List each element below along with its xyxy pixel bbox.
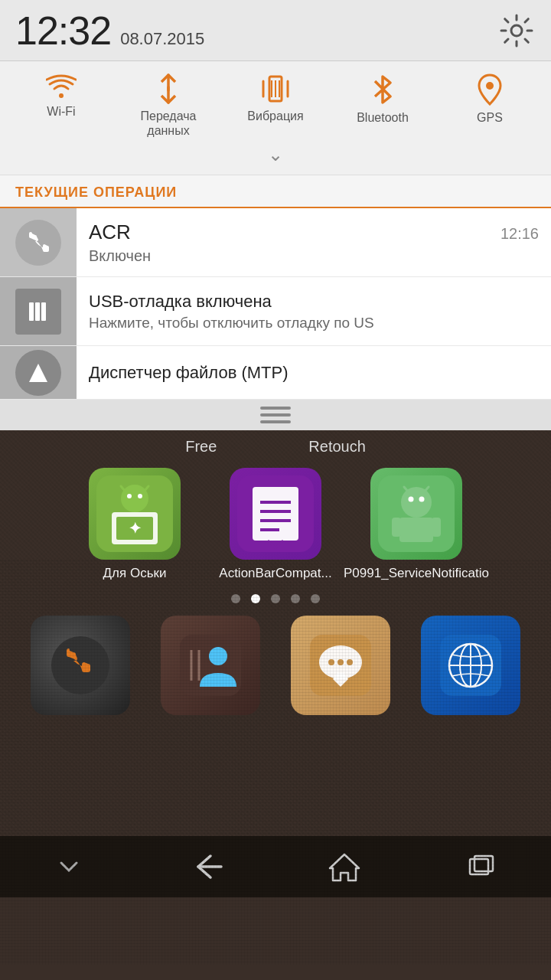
svg-point-0 — [511, 25, 522, 36]
category-free: Free — [185, 438, 217, 456]
wifi-icon — [46, 74, 77, 100]
expand-row[interactable]: ⌄ — [0, 138, 551, 168]
notif-icon-col-usb — [0, 277, 77, 345]
quick-toggles: Wi-Fi Передачаданных — [0, 61, 551, 175]
hline-1 — [260, 407, 291, 410]
toggle-data[interactable]: Передачаданных — [130, 74, 207, 138]
section-header: ТЕКУЩИЕ ОПЕРАЦИИ — [0, 175, 551, 208]
settings-icon[interactable] — [497, 11, 536, 50]
svg-point-18 — [486, 82, 494, 90]
notif-title-mtp: Диспетчер файлов (MTP) — [89, 363, 539, 383]
notif-subtitle-acr: Включен — [89, 247, 539, 265]
toggles-row: Wi-Fi Передачаданных — [0, 74, 551, 138]
toggle-data-label: Передачаданных — [141, 109, 197, 138]
page-dot-0[interactable] — [231, 594, 240, 603]
notif-title-acr: ACR — [89, 220, 131, 244]
toggle-gps[interactable]: GPS — [452, 74, 528, 125]
app-icon-p0991 — [370, 468, 462, 560]
bottom-app-contacts[interactable] — [161, 616, 260, 715]
clock: 12:32 — [15, 8, 111, 54]
bottom-apps — [0, 608, 551, 723]
gps-icon — [478, 74, 502, 106]
mtp-notif-icon — [15, 350, 61, 396]
nav-home-button[interactable] — [314, 844, 375, 890]
app-grid: ✦ Для Оськи ActionBarComp — [0, 460, 551, 589]
toggle-wifi[interactable]: Wi-Fi — [23, 74, 99, 119]
app-actionbar[interactable]: ActionBarCompat... — [214, 468, 337, 581]
notification-mtp[interactable]: Диспетчер файлов (MTP) — [0, 346, 551, 400]
app-category-row: Free Retouch — [0, 430, 551, 460]
bluetooth-icon — [372, 74, 393, 106]
notifications-panel: ТЕКУЩИЕ ОПЕРАЦИИ ACR 12:16 Включен — [0, 175, 551, 400]
svg-point-47 — [51, 636, 109, 694]
svg-point-56 — [347, 659, 353, 665]
notif-content-acr: ACR 12:16 Включен — [77, 208, 551, 276]
notif-content-usb: USB-отладка включена Нажмите, чтобы откл… — [77, 277, 551, 345]
svg-line-7 — [525, 18, 528, 21]
notification-usb[interactable]: USB-отладка включена Нажмите, чтобы откл… — [0, 277, 551, 346]
bottom-app-messaging[interactable] — [291, 616, 390, 715]
nav-dropdown[interactable] — [38, 844, 99, 890]
svg-rect-21 — [41, 302, 46, 321]
notif-icon-col-mtp — [0, 346, 77, 399]
app-label-p0991: P0991_ServiceNotificatio — [344, 566, 489, 581]
svg-rect-33 — [253, 487, 298, 541]
usb-notif-icon — [15, 289, 61, 335]
bottom-app-phone[interactable] — [31, 616, 130, 715]
toggle-wifi-label: Wi-Fi — [47, 104, 75, 119]
nav-back-button[interactable] — [176, 844, 237, 890]
app-label-dlya-oski: Для Оськи — [103, 566, 167, 581]
bottom-app-browser[interactable] — [421, 616, 520, 715]
menu-icon — [260, 407, 291, 423]
chevron-down-icon: ⌄ — [268, 144, 283, 165]
vibration-icon — [262, 74, 289, 104]
nav-bar — [0, 836, 551, 897]
panel-handle[interactable] — [0, 400, 551, 430]
svg-point-54 — [328, 659, 334, 665]
page-dot-2[interactable] — [271, 594, 280, 603]
svg-point-39 — [401, 487, 432, 518]
page-dot-1[interactable] — [251, 594, 260, 603]
svg-line-6 — [525, 39, 528, 42]
notif-header-usb: USB-отладка включена — [89, 292, 539, 312]
svg-rect-45 — [392, 518, 401, 537]
app-label-actionbar: ActionBarCompat... — [219, 566, 331, 581]
notif-time-acr: 12:16 — [500, 225, 539, 243]
svg-rect-20 — [35, 302, 40, 321]
hline-3 — [260, 420, 291, 423]
svg-marker-22 — [29, 364, 47, 382]
notif-title-usb: USB-отладка включена — [89, 292, 272, 312]
svg-point-26 — [138, 494, 142, 498]
app-dlya-oski[interactable]: ✦ Для Оськи — [73, 468, 196, 581]
time-block: 12:32 08.07.2015 — [15, 8, 204, 54]
date: 08.07.2015 — [120, 29, 204, 49]
status-bar: 12:32 08.07.2015 — [0, 0, 551, 61]
svg-point-24 — [121, 485, 148, 512]
notification-acr[interactable]: ACR 12:16 Включен — [0, 208, 551, 277]
page-dot-3[interactable] — [291, 594, 300, 603]
svg-rect-44 — [399, 518, 433, 542]
data-transfer-icon — [155, 74, 181, 104]
svg-rect-46 — [432, 518, 441, 537]
svg-point-51 — [209, 647, 227, 665]
toggle-gps-label: GPS — [477, 110, 503, 125]
home-screen: Free Retouch ✦ — [0, 430, 551, 836]
svg-line-5 — [505, 18, 508, 21]
nav-recents-button[interactable] — [452, 844, 513, 890]
svg-point-9 — [59, 93, 64, 98]
toggle-vibration[interactable]: Вибрация — [237, 74, 314, 123]
svg-point-40 — [409, 497, 414, 502]
notif-icon-col-acr — [0, 208, 77, 276]
svg-point-55 — [337, 659, 344, 665]
toggle-bluetooth-label: Bluetooth — [357, 110, 409, 125]
svg-point-41 — [419, 497, 425, 502]
category-retouch: Retouch — [308, 438, 366, 456]
toggle-bluetooth[interactable]: Bluetooth — [344, 74, 421, 125]
notif-content-mtp: Диспетчер файлов (MTP) — [77, 346, 551, 399]
svg-line-8 — [505, 39, 508, 42]
svg-point-25 — [127, 494, 132, 498]
page-dots — [0, 590, 551, 608]
page-dot-4[interactable] — [311, 594, 320, 603]
toggle-vibration-label: Вибрация — [247, 109, 303, 123]
app-p0991[interactable]: P0991_ServiceNotificatio — [355, 468, 478, 581]
